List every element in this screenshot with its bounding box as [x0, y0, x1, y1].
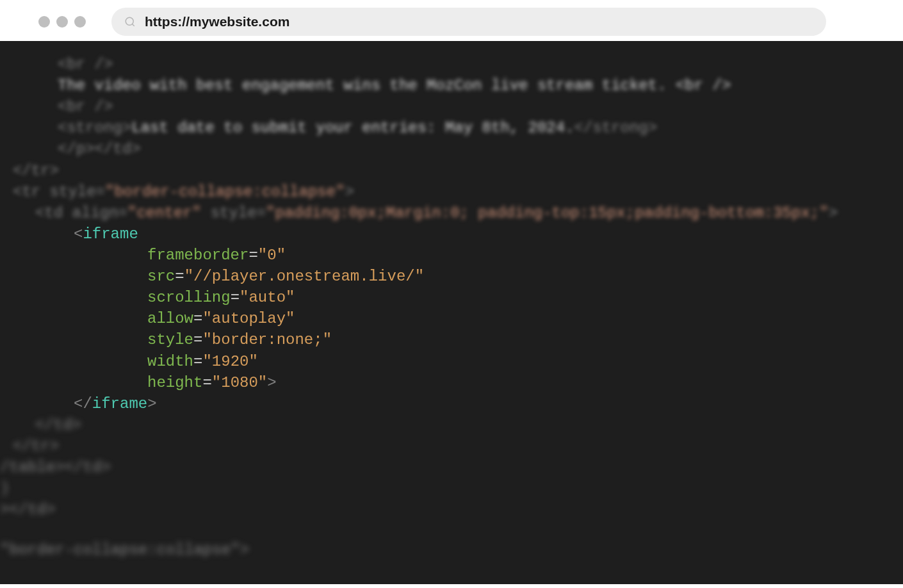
code-line-blurred: "border-collapse:collapse">: [0, 539, 903, 560]
code-line-blurred: </p></td>: [0, 138, 903, 159]
svg-point-0: [126, 17, 133, 25]
code-line-attr: style="border:none;": [0, 329, 903, 350]
browser-chrome: https://mywebsite.com: [0, 0, 903, 41]
window-maximize-dot[interactable]: [74, 16, 86, 28]
window-close-dot[interactable]: [38, 16, 50, 28]
address-bar[interactable]: https://mywebsite.com: [111, 8, 826, 36]
code-line-attr: frameborder="0": [0, 245, 903, 266]
code-line-blurred: </td>: [0, 414, 903, 436]
code-line-blurred: ></td>: [0, 499, 903, 520]
code-line-blurred: <br />: [0, 96, 903, 117]
code-line-blurred: <strong>Last date to submit your entries…: [0, 117, 903, 138]
code-line-blurred: /table></td>: [0, 457, 903, 478]
code-line-attr: scrolling="auto": [0, 287, 903, 308]
search-icon: [124, 16, 136, 28]
code-line-blurred: </tr>: [0, 436, 903, 457]
code-line-blurred: <br />: [0, 54, 903, 75]
code-line-blurred: ): [0, 478, 903, 499]
window-minimize-dot[interactable]: [56, 16, 68, 28]
code-line-iframe-close: </iframe>: [0, 393, 903, 414]
code-line-attr: src="//player.onestream.live/": [0, 266, 903, 287]
code-line-attr: allow="autoplay": [0, 308, 903, 329]
code-line-blurred: <td align="center" style="padding:0px;Ma…: [0, 202, 903, 224]
code-line-blurred: The video with best engagement wins the …: [0, 75, 903, 96]
code-line-iframe-open: <iframe: [0, 224, 903, 245]
code-line-blurred: </tr>: [0, 160, 903, 181]
url-text: https://mywebsite.com: [145, 14, 289, 29]
code-line-attr: height="1080">: [0, 372, 903, 393]
code-line-attr: width="1920": [0, 351, 903, 372]
code-editor[interactable]: <br /> The video with best engagement wi…: [0, 41, 903, 584]
svg-line-1: [132, 24, 134, 26]
code-line-blurred: <tr style="border-collapse:collapse">: [0, 181, 903, 202]
window-controls: [13, 16, 86, 28]
